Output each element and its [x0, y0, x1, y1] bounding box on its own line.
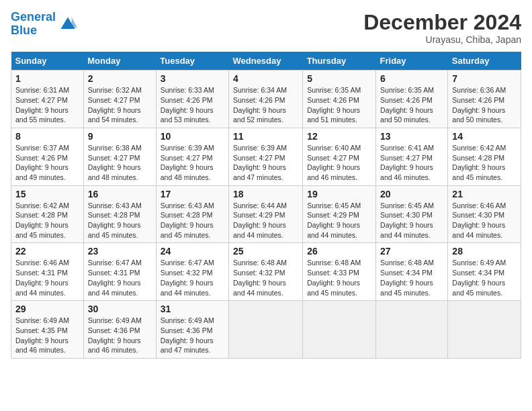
day-number: 1: [15, 73, 79, 84]
svg-marker-1: [72, 17, 77, 28]
day-number: 27: [380, 246, 443, 257]
day-info: Sunrise: 6:41 AM Sunset: 4:27 PM Dayligh…: [380, 143, 443, 183]
day-info: Sunrise: 6:37 AM Sunset: 4:26 PM Dayligh…: [15, 143, 79, 183]
day-cell: 21Sunrise: 6:46 AM Sunset: 4:30 PM Dayli…: [448, 185, 521, 243]
day-number: 28: [452, 246, 517, 257]
day-number: 24: [161, 246, 224, 257]
day-number: 15: [15, 189, 79, 199]
day-cell: 11Sunrise: 6:39 AM Sunset: 4:27 PM Dayli…: [228, 128, 302, 185]
weekday-sunday: Sunday: [11, 52, 84, 71]
weekday-saturday: Saturday: [448, 52, 521, 71]
day-cell: 1Sunrise: 6:31 AM Sunset: 4:27 PM Daylig…: [11, 71, 84, 128]
day-number: 26: [307, 246, 371, 257]
day-info: Sunrise: 6:39 AM Sunset: 4:27 PM Dayligh…: [233, 143, 298, 183]
day-number: 20: [380, 189, 443, 199]
day-cell: [303, 301, 376, 359]
calendar-table: SundayMondayTuesdayWednesdayThursdayFrid…: [11, 52, 521, 359]
logo: GeneralBlue: [11, 11, 77, 38]
day-number: 6: [380, 73, 443, 84]
day-cell: 30Sunrise: 6:49 AM Sunset: 4:36 PM Dayli…: [83, 301, 156, 359]
logo-text: GeneralBlue: [11, 11, 56, 38]
day-number: 11: [233, 131, 298, 142]
weekday-tuesday: Tuesday: [156, 52, 228, 71]
weekday-header: SundayMondayTuesdayWednesdayThursdayFrid…: [11, 52, 521, 71]
day-cell: 28Sunrise: 6:49 AM Sunset: 4:34 PM Dayli…: [448, 243, 521, 301]
weekday-friday: Friday: [376, 52, 448, 71]
day-cell: 15Sunrise: 6:42 AM Sunset: 4:28 PM Dayli…: [11, 185, 84, 243]
day-cell: 12Sunrise: 6:40 AM Sunset: 4:27 PM Dayli…: [303, 128, 376, 185]
day-cell: 22Sunrise: 6:46 AM Sunset: 4:31 PM Dayli…: [11, 243, 84, 301]
day-cell: 10Sunrise: 6:39 AM Sunset: 4:27 PM Dayli…: [156, 128, 228, 185]
day-number: 12: [307, 131, 371, 142]
day-info: Sunrise: 6:35 AM Sunset: 4:26 PM Dayligh…: [380, 85, 443, 125]
day-info: Sunrise: 6:39 AM Sunset: 4:27 PM Dayligh…: [161, 143, 224, 183]
day-cell: 16Sunrise: 6:43 AM Sunset: 4:28 PM Dayli…: [83, 185, 156, 243]
day-number: 7: [452, 73, 517, 84]
day-cell: 5Sunrise: 6:35 AM Sunset: 4:26 PM Daylig…: [303, 71, 376, 128]
day-info: Sunrise: 6:34 AM Sunset: 4:26 PM Dayligh…: [233, 85, 298, 125]
day-cell: 8Sunrise: 6:37 AM Sunset: 4:26 PM Daylig…: [11, 128, 84, 185]
title-block: December 2024 Urayasu, Chiba, Japan: [363, 11, 521, 45]
day-info: Sunrise: 6:44 AM Sunset: 4:29 PM Dayligh…: [233, 201, 298, 240]
day-number: 10: [161, 131, 224, 142]
day-cell: 3Sunrise: 6:33 AM Sunset: 4:26 PM Daylig…: [156, 71, 228, 128]
day-number: 16: [88, 189, 152, 199]
day-cell: 29Sunrise: 6:49 AM Sunset: 4:35 PM Dayli…: [11, 301, 84, 359]
day-number: 4: [233, 73, 298, 84]
week-row-5: 29Sunrise: 6:49 AM Sunset: 4:35 PM Dayli…: [11, 301, 521, 359]
day-number: 17: [161, 189, 224, 199]
day-info: Sunrise: 6:49 AM Sunset: 4:36 PM Dayligh…: [88, 316, 152, 355]
day-cell: 27Sunrise: 6:48 AM Sunset: 4:34 PM Dayli…: [376, 243, 448, 301]
day-info: Sunrise: 6:36 AM Sunset: 4:26 PM Dayligh…: [452, 85, 517, 125]
day-number: 25: [233, 246, 298, 257]
day-info: Sunrise: 6:32 AM Sunset: 4:27 PM Dayligh…: [88, 85, 152, 125]
location: Urayasu, Chiba, Japan: [363, 34, 521, 45]
logo-icon: [58, 15, 77, 34]
day-cell: 19Sunrise: 6:45 AM Sunset: 4:29 PM Dayli…: [303, 185, 376, 243]
month-title: December 2024: [363, 11, 521, 34]
day-cell: 23Sunrise: 6:47 AM Sunset: 4:31 PM Dayli…: [83, 243, 156, 301]
week-row-2: 8Sunrise: 6:37 AM Sunset: 4:26 PM Daylig…: [11, 128, 521, 185]
day-info: Sunrise: 6:46 AM Sunset: 4:30 PM Dayligh…: [452, 201, 517, 240]
day-info: Sunrise: 6:35 AM Sunset: 4:26 PM Dayligh…: [307, 85, 371, 125]
weekday-wednesday: Wednesday: [228, 52, 302, 71]
day-number: 23: [88, 246, 152, 257]
day-info: Sunrise: 6:40 AM Sunset: 4:27 PM Dayligh…: [307, 143, 371, 183]
day-info: Sunrise: 6:43 AM Sunset: 4:28 PM Dayligh…: [161, 201, 224, 240]
day-cell: 24Sunrise: 6:47 AM Sunset: 4:32 PM Dayli…: [156, 243, 228, 301]
calendar-container: GeneralBlue December 2024 Urayasu, Chiba…: [0, 0, 532, 365]
day-number: 8: [15, 131, 79, 142]
day-cell: 2Sunrise: 6:32 AM Sunset: 4:27 PM Daylig…: [83, 71, 156, 128]
weekday-thursday: Thursday: [303, 52, 376, 71]
day-cell: 13Sunrise: 6:41 AM Sunset: 4:27 PM Dayli…: [376, 128, 448, 185]
day-cell: 9Sunrise: 6:38 AM Sunset: 4:27 PM Daylig…: [83, 128, 156, 185]
day-cell: [228, 301, 302, 359]
day-cell: 17Sunrise: 6:43 AM Sunset: 4:28 PM Dayli…: [156, 185, 228, 243]
week-row-1: 1Sunrise: 6:31 AM Sunset: 4:27 PM Daylig…: [11, 71, 521, 128]
day-cell: 26Sunrise: 6:48 AM Sunset: 4:33 PM Dayli…: [303, 243, 376, 301]
day-cell: [376, 301, 448, 359]
day-info: Sunrise: 6:45 AM Sunset: 4:30 PM Dayligh…: [380, 201, 443, 240]
day-info: Sunrise: 6:43 AM Sunset: 4:28 PM Dayligh…: [88, 201, 152, 240]
day-info: Sunrise: 6:48 AM Sunset: 4:33 PM Dayligh…: [307, 258, 371, 298]
day-info: Sunrise: 6:48 AM Sunset: 4:34 PM Dayligh…: [380, 258, 443, 298]
day-number: 5: [307, 73, 371, 84]
day-cell: 25Sunrise: 6:48 AM Sunset: 4:32 PM Dayli…: [228, 243, 302, 301]
day-number: 19: [307, 189, 371, 199]
header: GeneralBlue December 2024 Urayasu, Chiba…: [11, 11, 521, 45]
day-cell: 7Sunrise: 6:36 AM Sunset: 4:26 PM Daylig…: [448, 71, 521, 128]
day-info: Sunrise: 6:38 AM Sunset: 4:27 PM Dayligh…: [88, 143, 152, 183]
day-info: Sunrise: 6:46 AM Sunset: 4:31 PM Dayligh…: [15, 258, 79, 298]
day-info: Sunrise: 6:47 AM Sunset: 4:31 PM Dayligh…: [88, 258, 152, 298]
day-info: Sunrise: 6:49 AM Sunset: 4:35 PM Dayligh…: [15, 316, 79, 355]
day-number: 30: [88, 304, 152, 314]
day-info: Sunrise: 6:33 AM Sunset: 4:26 PM Dayligh…: [161, 85, 224, 125]
day-number: 9: [88, 131, 152, 142]
day-cell: 18Sunrise: 6:44 AM Sunset: 4:29 PM Dayli…: [228, 185, 302, 243]
day-number: 18: [233, 189, 298, 199]
day-cell: 31Sunrise: 6:49 AM Sunset: 4:36 PM Dayli…: [156, 301, 228, 359]
day-number: 29: [15, 304, 79, 314]
day-cell: 20Sunrise: 6:45 AM Sunset: 4:30 PM Dayli…: [376, 185, 448, 243]
day-cell: 14Sunrise: 6:42 AM Sunset: 4:28 PM Dayli…: [448, 128, 521, 185]
day-number: 14: [452, 131, 517, 142]
